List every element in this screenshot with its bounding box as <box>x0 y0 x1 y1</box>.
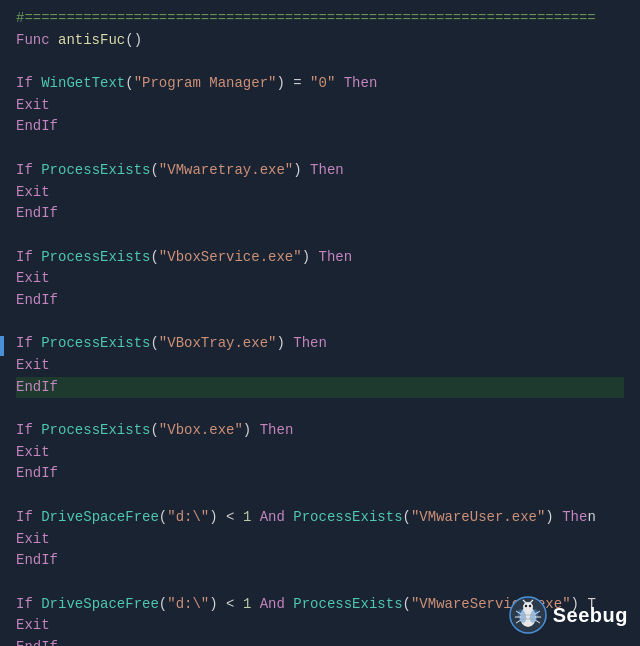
code-line <box>16 312 624 334</box>
code-line <box>16 138 624 160</box>
code-line: If ProcessExists("VMwaretray.exe") Then <box>16 160 624 182</box>
code-line: EndIf <box>16 637 624 646</box>
code-line: Exit <box>16 529 624 551</box>
svg-point-3 <box>525 605 527 607</box>
seebug-label: Seebug <box>553 604 628 627</box>
svg-point-4 <box>529 605 531 607</box>
code-line: EndIf <box>16 290 624 312</box>
code-line: EndIf <box>16 377 624 399</box>
seebug-badge: Seebug <box>509 596 628 634</box>
code-line: If ProcessExists("VBoxTray.exe") Then <box>16 333 624 355</box>
code-line: EndIf <box>16 550 624 572</box>
code-editor: #=======================================… <box>0 0 640 646</box>
code-line: Exit <box>16 442 624 464</box>
code-line: EndIf <box>16 463 624 485</box>
code-line: Exit <box>16 268 624 290</box>
code-line: If ProcessExists("VboxService.exe") Then <box>16 247 624 269</box>
code-line <box>16 485 624 507</box>
code-line: If ProcessExists("Vbox.exe") Then <box>16 420 624 442</box>
code-line: Exit <box>16 182 624 204</box>
code-line: EndIf <box>16 203 624 225</box>
code-line: Exit <box>16 355 624 377</box>
code-line <box>16 225 624 247</box>
seebug-logo-icon <box>509 596 547 634</box>
code-line: Func antisFuc() <box>16 30 624 52</box>
code-line <box>16 572 624 594</box>
code-line: EndIf <box>16 116 624 138</box>
code-line: If DriveSpaceFree("d:\") < 1 And Process… <box>16 507 624 529</box>
code-line <box>16 51 624 73</box>
code-line: If WinGetText("Program Manager") = "0" T… <box>16 73 624 95</box>
code-line: #=======================================… <box>16 8 624 30</box>
code-line: Exit <box>16 95 624 117</box>
svg-point-2 <box>523 602 533 612</box>
code-line <box>16 398 624 420</box>
line-marker <box>0 336 4 356</box>
